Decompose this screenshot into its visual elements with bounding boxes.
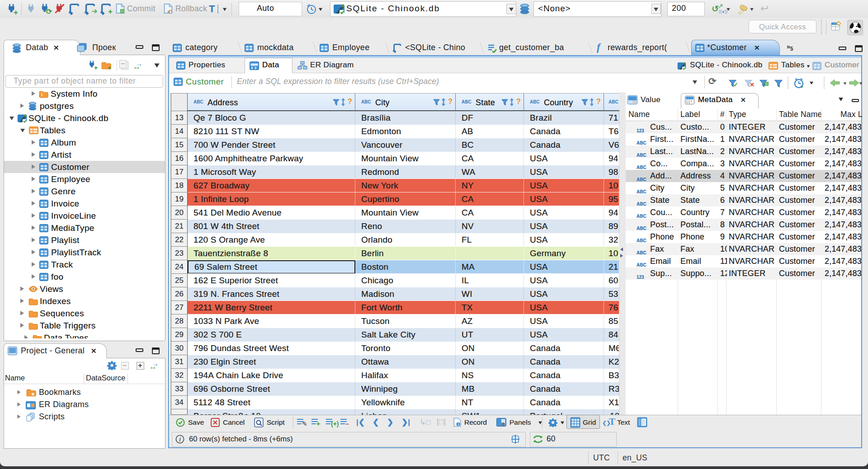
- svg-text:i: i: [458, 422, 458, 427]
- svg-text:i: i: [179, 436, 181, 443]
